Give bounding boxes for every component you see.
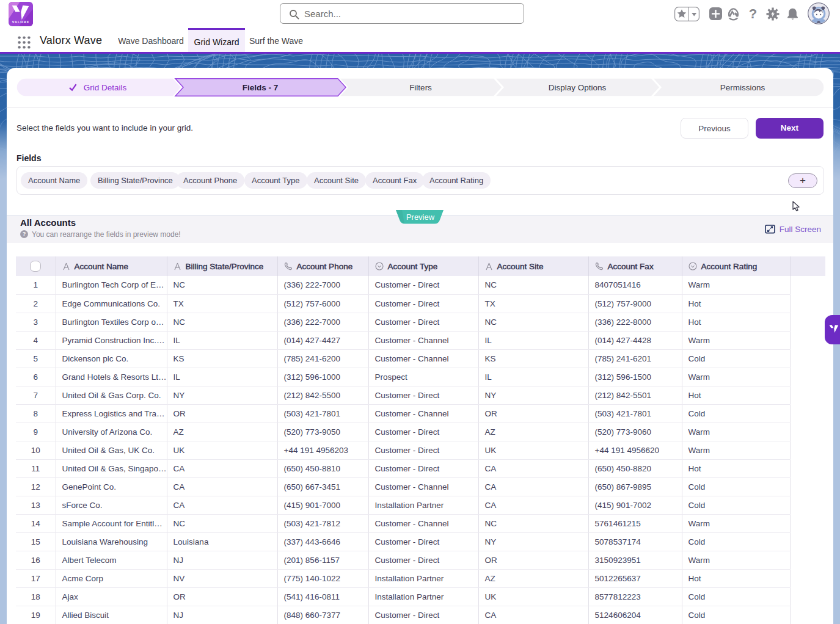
svg-text:Grid Details: Grid Details bbox=[84, 83, 127, 92]
svg-text:?: ? bbox=[749, 8, 757, 21]
svg-text:Filters: Filters bbox=[409, 83, 432, 92]
svg-text:Display Options: Display Options bbox=[549, 83, 607, 92]
svg-text:Permissions: Permissions bbox=[720, 83, 765, 92]
svg-text:Fields - 7: Fields - 7 bbox=[243, 83, 279, 92]
svg-text:Preview: Preview bbox=[406, 212, 435, 222]
svg-text:VALORX: VALORX bbox=[12, 20, 30, 24]
